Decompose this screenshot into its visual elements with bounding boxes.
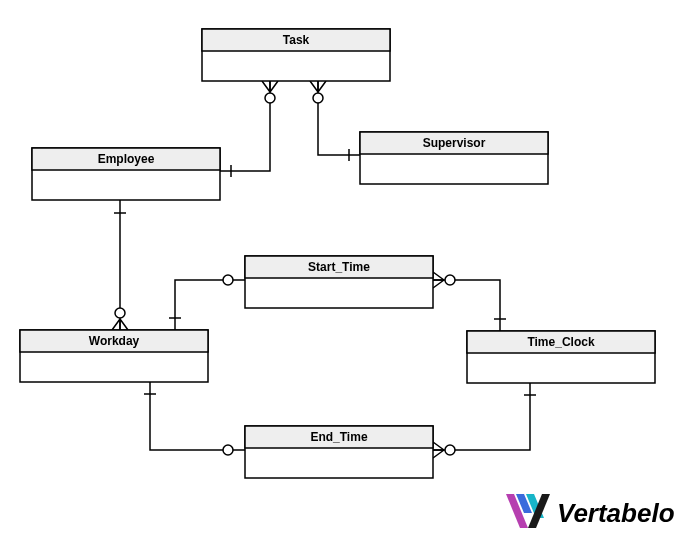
- rel-employee-workday: [112, 200, 128, 330]
- rel-workday-endtime: [144, 382, 245, 455]
- entity-timeclock-label: Time_Clock: [527, 335, 594, 349]
- rel-employee-task: [220, 81, 278, 177]
- entity-workday: Workday: [20, 330, 208, 382]
- entity-supervisor: Supervisor: [360, 132, 548, 184]
- entity-task: Task: [202, 29, 390, 81]
- rel-timeclock-endtime: [433, 383, 536, 458]
- svg-point-3: [313, 93, 323, 103]
- entity-supervisor-label: Supervisor: [423, 136, 486, 150]
- rel-workday-starttime: [169, 275, 245, 330]
- er-diagram: Task Employee Supervisor Start_Time Work…: [0, 0, 674, 550]
- svg-point-11: [445, 275, 455, 285]
- rel-supervisor-task: [310, 81, 360, 161]
- svg-point-1: [265, 93, 275, 103]
- entity-workday-label: Workday: [89, 334, 140, 348]
- svg-point-13: [445, 445, 455, 455]
- entity-timeclock: Time_Clock: [467, 331, 655, 383]
- vertabelo-logo: Vertabelo: [506, 494, 674, 528]
- entity-starttime-label: Start_Time: [308, 260, 370, 274]
- entity-starttime: Start_Time: [245, 256, 433, 308]
- entity-endtime: End_Time: [245, 426, 433, 478]
- rel-timeclock-starttime: [433, 272, 506, 331]
- svg-point-9: [223, 445, 233, 455]
- vertabelo-logo-text: Vertabelo: [557, 498, 674, 528]
- svg-point-7: [223, 275, 233, 285]
- entity-endtime-label: End_Time: [310, 430, 367, 444]
- entity-employee-label: Employee: [98, 152, 155, 166]
- entity-employee: Employee: [32, 148, 220, 200]
- svg-point-5: [115, 308, 125, 318]
- entity-task-label: Task: [283, 33, 310, 47]
